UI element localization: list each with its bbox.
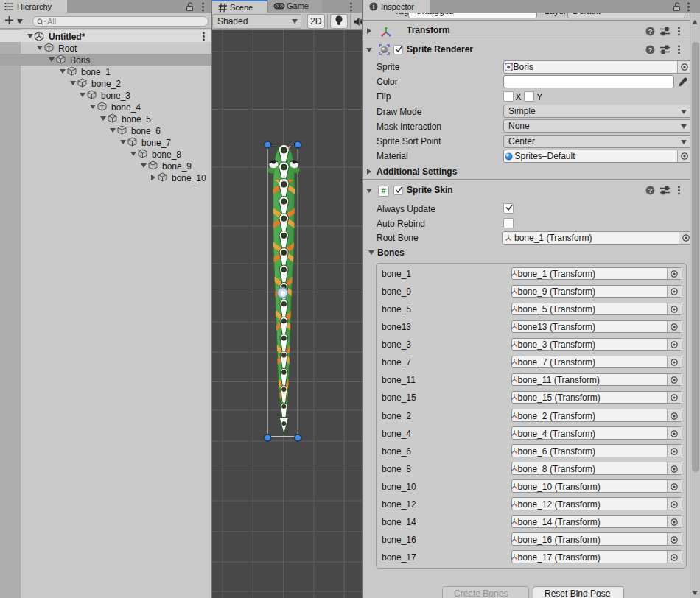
svg-text:?: ? [648,187,653,194]
svg-text:i: i [373,3,375,10]
svg-text:#: # [381,186,385,195]
svg-text:?: ? [648,46,653,54]
svg-text:?: ? [648,27,653,35]
